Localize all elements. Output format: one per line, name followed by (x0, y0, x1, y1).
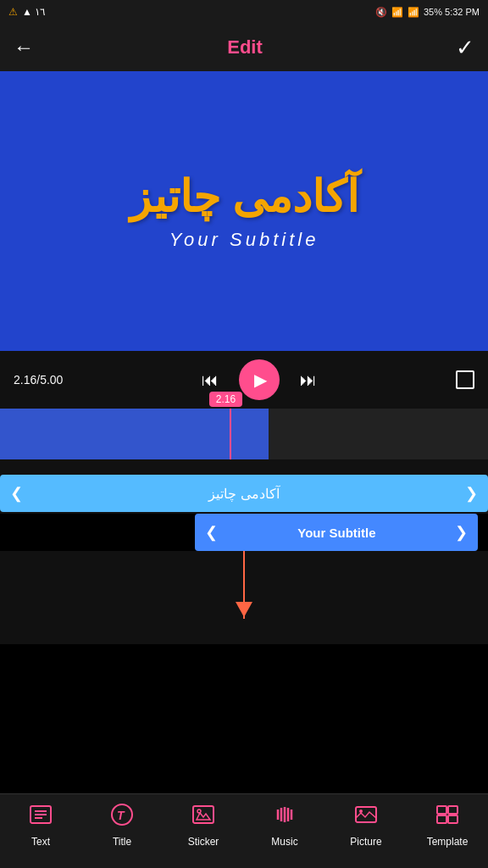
music-label: Music (271, 836, 297, 848)
sticker-icon (191, 803, 215, 832)
text-icon (29, 803, 53, 832)
time-display: 2.16/5.00 (14, 373, 63, 387)
subtitle-track-right-chevron[interactable] (455, 523, 468, 542)
confirm-button[interactable]: ✓ (456, 35, 474, 61)
title-icon: T (110, 803, 134, 832)
svg-rect-15 (437, 806, 446, 814)
timeline-cursor (230, 409, 231, 459)
skip-back-button[interactable]: ⏮ (202, 370, 219, 390)
text-tracks: آکادمی چاتیز Your Subtitle (0, 475, 488, 551)
picture-icon (354, 803, 378, 832)
skip-forward-button[interactable]: ⏭ (300, 370, 317, 390)
page-title: Edit (227, 36, 263, 58)
svg-point-14 (359, 810, 363, 813)
play-icon: ▶ (254, 370, 267, 390)
picture-label: Picture (350, 836, 381, 848)
wifi-icon: 📶 (391, 7, 403, 18)
nav-item-title[interactable]: T Title (92, 803, 152, 848)
title-label: Title (113, 836, 131, 848)
battery-level: 35% 5:32 PM (424, 7, 480, 17)
music-icon (273, 803, 297, 832)
back-button[interactable]: ← (14, 36, 34, 59)
nav-item-picture[interactable]: Picture (336, 803, 396, 848)
status-bar: ⚠ ▲ ١٦ 🔇 📶 📶 35% 5:32 PM (0, 0, 488, 24)
preview-subtitle: Your Subtitle (169, 229, 319, 251)
warning-icon: ⚠ (8, 6, 18, 18)
sticker-label: Sticker (188, 836, 219, 848)
arabic-track[interactable]: آکادمی چاتیز (0, 475, 488, 512)
status-notification: ▲ ١٦ (22, 6, 45, 18)
svg-text:T: T (117, 809, 125, 822)
timeline-fill (0, 409, 269, 459)
arabic-track-label: آکادمی چاتیز (208, 486, 279, 502)
timeline-area[interactable]: 2.16 (0, 409, 488, 470)
subtitle-track-row: Your Subtitle (0, 514, 488, 551)
status-left: ⚠ ▲ ١٦ (8, 6, 45, 18)
nav-item-template[interactable]: Template (418, 803, 477, 848)
mute-icon: 🔇 (375, 7, 387, 18)
timeline-marker: 2.16 (209, 392, 242, 407)
arrow-head (236, 602, 252, 617)
preview-arabic-title: آکادمی چاتیز (130, 171, 358, 222)
template-icon (435, 803, 459, 832)
svg-rect-18 (448, 815, 458, 823)
svg-rect-6 (193, 806, 214, 823)
bottom-nav: Text T Title Sticker (0, 793, 488, 868)
status-right: 🔇 📶 📶 35% 5:32 PM (375, 7, 480, 18)
svg-point-7 (197, 810, 201, 813)
player-controls-row: 2.16/5.00 ⏮ ▶ ⏭ (0, 359, 488, 400)
nav-item-text[interactable]: Text (11, 803, 70, 848)
arabic-track-right-chevron[interactable] (465, 484, 478, 503)
svg-rect-17 (437, 815, 446, 823)
preview-area: آکادمی چاتیز Your Subtitle (0, 71, 488, 351)
text-label: Text (31, 836, 50, 848)
top-nav: ← Edit ✓ (0, 24, 488, 71)
template-label: Template (427, 836, 469, 848)
arabic-track-left-chevron[interactable] (10, 484, 23, 503)
signal-icon: 📶 (408, 7, 419, 18)
arrow-indicator (0, 551, 488, 644)
play-button[interactable]: ▶ (239, 359, 280, 400)
subtitle-track-left-chevron[interactable] (205, 523, 218, 542)
timeline-track[interactable]: 2.16 (0, 409, 488, 459)
nav-item-music[interactable]: Music (255, 803, 314, 848)
subtitle-track[interactable]: Your Subtitle (195, 514, 478, 551)
nav-item-sticker[interactable]: Sticker (174, 803, 233, 848)
subtitle-track-label: Your Subtitle (297, 526, 375, 540)
svg-rect-16 (448, 806, 458, 814)
fullscreen-button[interactable] (456, 370, 474, 389)
player-area: 2.16/5.00 ⏮ ▶ ⏭ 2.16 (0, 351, 488, 475)
